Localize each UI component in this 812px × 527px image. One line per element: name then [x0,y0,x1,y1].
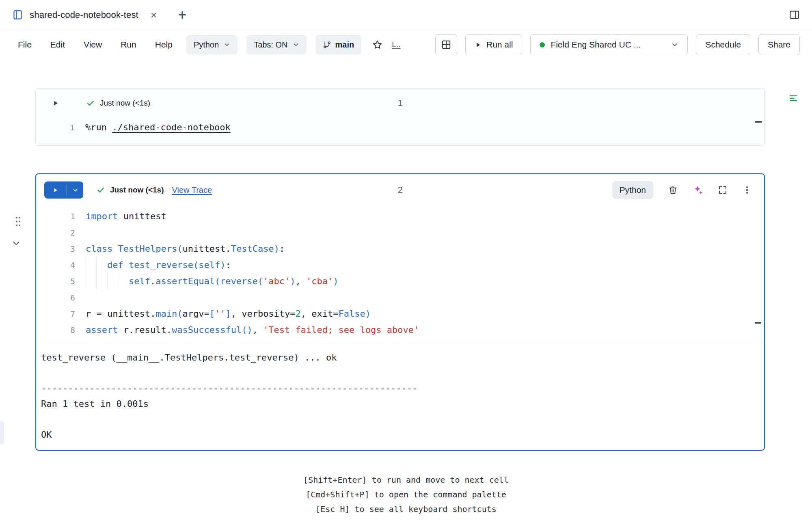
code-editor[interactable]: 1import unittest23class TestHelpers(unit… [36,206,764,344]
favorite-star-icon[interactable] [372,39,383,50]
language-selector[interactable]: Python [186,35,238,54]
line-number: 1 [36,208,75,225]
code-line[interactable]: 1import unittest [36,208,764,225]
code-line[interactable]: 6 [36,289,764,306]
line-number: 8 [36,322,75,338]
view-trace-link[interactable]: View Trace [172,186,212,195]
trash-icon[interactable] [668,185,678,195]
cluster-status-dot [540,42,545,48]
code-line[interactable]: 2 [36,225,764,241]
code-token: self [199,260,220,270]
indent-guide [96,257,107,273]
last-edit-link[interactable]: L.. [392,40,400,49]
run-options-chevron-icon[interactable] [67,181,83,199]
code-text: self.assertEqual(reverse('abc'), 'cba') [86,273,339,289]
code-token [112,244,118,254]
code-token: r = unittest. [86,309,155,319]
grid-layout-button[interactable] [435,34,457,55]
cell-language-badge[interactable]: Python [612,181,653,199]
menu-file[interactable]: File [18,40,32,50]
toolbar-right-group: Run all Field Eng Shared UC ... Schedule… [435,34,800,55]
menu-help[interactable]: Help [155,40,173,50]
cell-output: test_reverse (__main__.TestHelpers.test_… [36,344,764,450]
code-token: ( [177,244,182,254]
new-tab-button[interactable]: + [178,8,186,22]
menu-edit[interactable]: Edit [50,40,65,50]
code-line[interactable]: 4def test_reverse(self): [36,257,764,273]
run-cell-button[interactable] [52,99,59,107]
code-token: ( [215,276,220,286]
assistant-sparkle-icon[interactable] [693,185,703,195]
code-token: unittest [118,211,166,221]
chevron-down-icon [671,41,678,48]
code-token: ) [220,260,225,270]
success-check-icon [96,186,105,194]
collapse-cell-chevron-icon[interactable] [11,238,21,248]
cell-status: Just now (<1s) [100,99,150,108]
code-token: ( [258,276,263,286]
code-token: , [253,325,263,335]
code-token: . [150,276,155,286]
line-number: 2 [36,225,75,241]
kebab-menu-icon[interactable] [742,185,752,195]
code-line[interactable]: 3class TestHelpers(unittest.TestCase): [36,241,764,257]
code-token: ( [193,260,199,270]
scrollbar-marker[interactable] [755,121,762,123]
notebook-cell-2[interactable]: Just now (<1s) View Trace 2 Python 1impo… [35,173,765,451]
notebook-tab[interactable]: shared-code-notebook-test × [12,9,161,20]
drag-handle-icon[interactable] [15,216,22,229]
line-number: 1 [36,119,75,136]
run-all-button[interactable]: Run all [465,34,522,55]
code-token: () [242,325,253,335]
notebook-cell-1[interactable]: Just now (<1s) 1 1%run ./shared-code-not… [35,88,765,146]
line-number: 7 [36,306,75,322]
code-token: ) [333,276,338,286]
code-token: main [155,309,177,319]
code-token: assert [86,325,118,335]
line-number: 5 [36,273,75,289]
branch-selector[interactable]: main [315,35,362,54]
code-token: unittest. [182,244,231,254]
code-token: 'Test failed; see logs above' [263,325,419,335]
language-selector-label: Python [194,40,219,50]
code-token: ) [274,244,279,254]
tabs-toggle[interactable]: Tabs: ON [246,35,306,54]
shortcut-hints: [Shift+Enter] to run and move to next ce… [0,473,812,516]
branch-label: main [335,40,354,50]
toc-icon[interactable] [788,94,798,104]
code-line[interactable]: 7r = unittest.main(argv=[''], verbosity=… [36,306,764,322]
panel-right-icon[interactable] [789,9,800,20]
code-token: self [129,276,150,286]
line-number: 3 [36,241,75,257]
code-token: reverse [220,276,258,286]
code-token: test_reverse [129,260,193,270]
code-line[interactable]: 1%run ./shared-code-notebook [36,119,764,136]
run-cell-button[interactable] [44,181,83,199]
code-line[interactable]: 8assert r.result.wasSuccessful(), 'Test … [36,322,764,338]
close-icon[interactable]: × [151,10,157,20]
code-text: assert r.result.wasSuccessful(), 'Test f… [86,322,419,338]
code-token: ] [225,309,231,319]
indent-guide [107,273,118,289]
shortcut-hint: [Shift+Enter] to run and move to next ce… [0,473,812,487]
play-icon[interactable] [44,181,67,199]
code-line[interactable]: 5self.assertEqual(reverse('abc'), 'cba') [36,273,764,289]
scrollbar-marker[interactable] [755,322,761,324]
menu-view[interactable]: View [84,40,102,50]
menu-run[interactable]: Run [121,40,136,50]
indent-guide [86,273,96,289]
expand-icon[interactable] [718,185,728,195]
code-token [123,260,129,270]
code-editor[interactable]: 1%run ./shared-code-notebook [36,118,764,145]
left-panel-handle[interactable] [0,421,4,445]
code-token: '' [215,309,226,319]
tabs-toggle-label: Tabs: ON [254,40,287,50]
code-token: import [86,211,118,221]
code-token: , exit= [301,309,339,319]
tab-title: shared-code-notebook-test [30,10,138,20]
share-button[interactable]: Share [758,34,800,55]
line-number: 6 [36,289,75,306]
code-token: False [339,309,365,319]
schedule-button[interactable]: Schedule [696,34,750,55]
cluster-selector[interactable]: Field Eng Shared UC ... [530,34,688,55]
